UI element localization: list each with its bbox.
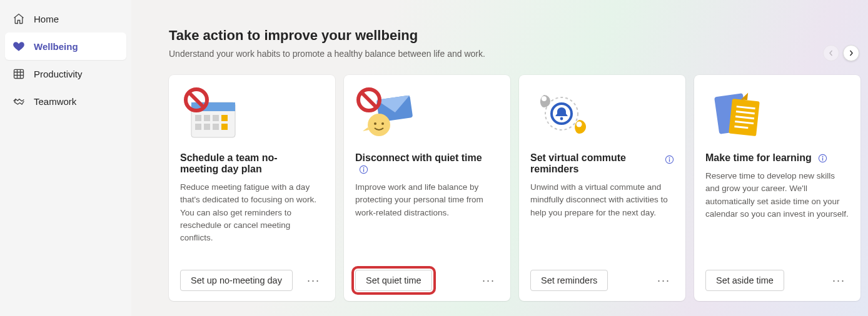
illustration-no-meeting (180, 86, 324, 144)
svg-point-19 (381, 122, 384, 125)
card-no-meeting-day: Schedule a team no-meeting day plan Redu… (169, 75, 335, 301)
sidebar-item-label: Wellbeing (34, 41, 78, 52)
svg-rect-5 (213, 115, 219, 121)
illustration-learning (705, 86, 849, 144)
sidebar-item-wellbeing[interactable]: Wellbeing (5, 32, 126, 60)
svg-point-18 (374, 122, 376, 125)
svg-rect-41 (822, 158, 823, 161)
svg-rect-8 (213, 124, 219, 130)
sidebar-item-home[interactable]: Home (5, 5, 126, 32)
info-icon[interactable] (818, 154, 827, 163)
card-description: Unwind with a virtual commute and mindfu… (530, 181, 674, 270)
svg-rect-3 (195, 115, 201, 121)
set-aside-time-button[interactable]: Set aside time (705, 270, 784, 291)
card-virtual-commute: Set virtual commute reminders Unwind wit… (519, 75, 685, 301)
page-subtitle: Understand your work habits to promote a… (169, 49, 868, 59)
info-icon[interactable] (359, 165, 368, 174)
card-title: Set virtual commute reminders (530, 152, 674, 175)
chevron-right-icon (848, 50, 854, 56)
info-icon[interactable] (665, 155, 674, 164)
sidebar-item-label: Teamwork (34, 96, 76, 107)
sidebar-item-teamwork[interactable]: Teamwork (5, 87, 126, 115)
svg-point-21 (363, 167, 365, 169)
svg-rect-7 (204, 124, 210, 130)
more-options-button[interactable]: ··· (478, 272, 499, 290)
page-title: Take action to improve your wellbeing (169, 27, 868, 44)
svg-rect-10 (221, 124, 228, 130)
svg-rect-9 (221, 115, 228, 121)
heart-icon (13, 40, 25, 52)
svg-point-27 (560, 117, 563, 121)
more-options-button[interactable]: ··· (654, 272, 674, 290)
card-description: Reserve time to develop new skills and g… (705, 170, 849, 270)
set-reminders-button[interactable]: Set reminders (530, 270, 608, 291)
home-icon (13, 12, 25, 25)
svg-point-24 (542, 96, 547, 101)
svg-point-17 (368, 114, 390, 136)
carousel-next-button[interactable] (843, 45, 859, 61)
card-learning: Make time for learning Reserve time to d… (694, 75, 860, 301)
handshake-icon (13, 95, 25, 107)
svg-rect-0 (14, 69, 24, 78)
card-title: Make time for learning (705, 152, 849, 164)
main-content: Take action to improve your wellbeing Un… (131, 0, 868, 316)
card-title: Schedule a team no-meeting day plan (180, 152, 324, 175)
more-options-button[interactable]: ··· (829, 272, 849, 290)
cards-row: Schedule a team no-meeting day plan Redu… (169, 75, 868, 301)
set-up-no-meeting-day-button[interactable]: Set up no-meeting day (180, 270, 293, 291)
carousel-prev-button (823, 45, 839, 61)
svg-rect-22 (363, 169, 364, 172)
calendar-grid-icon (13, 67, 25, 80)
svg-point-40 (822, 156, 824, 157)
carousel-nav (823, 45, 859, 61)
svg-rect-30 (669, 159, 670, 162)
illustration-quiet-time (355, 86, 499, 144)
card-description: Improve work and life balance by protect… (355, 181, 499, 270)
chevron-left-icon (828, 50, 834, 56)
card-quiet-time: Disconnect with quiet time Improve work … (344, 75, 510, 301)
set-quiet-time-button[interactable]: Set quiet time (355, 270, 432, 291)
sidebar-item-productivity[interactable]: Productivity (5, 60, 126, 87)
svg-point-25 (577, 122, 582, 127)
more-options-button[interactable]: ··· (303, 272, 324, 290)
svg-point-29 (669, 157, 670, 159)
card-title: Disconnect with quiet time (355, 152, 499, 175)
sidebar-item-label: Productivity (34, 69, 83, 79)
illustration-virtual-commute (530, 86, 674, 144)
svg-rect-4 (204, 115, 210, 121)
sidebar-item-label: Home (34, 14, 59, 24)
sidebar: Home Wellbeing Productivity Teamwork (0, 0, 131, 316)
card-description: Reduce meeting fatigue with a day that's… (180, 181, 324, 270)
svg-rect-6 (195, 124, 201, 130)
svg-line-16 (361, 92, 376, 107)
